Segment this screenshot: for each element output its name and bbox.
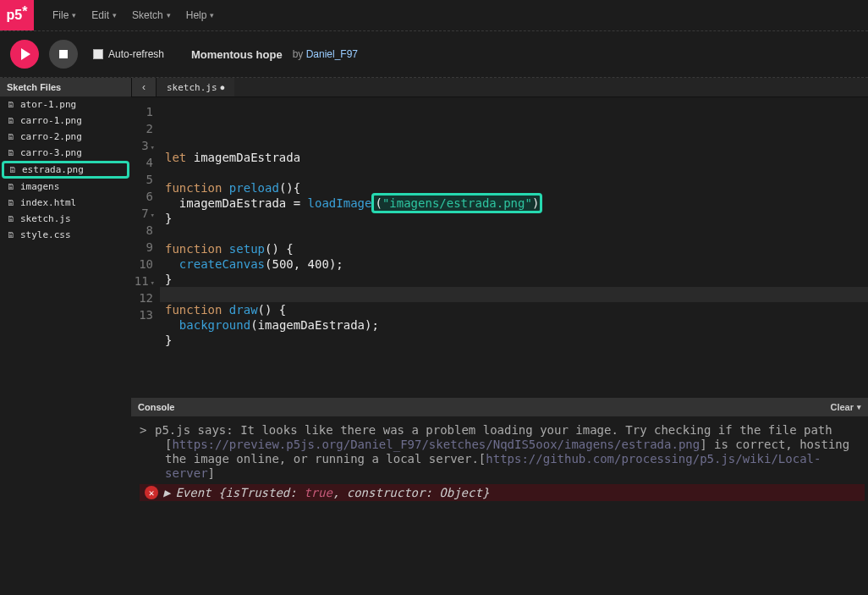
file-item[interactable]: 🗎carro-3.png: [0, 145, 131, 161]
clear-label: Clear: [830, 402, 854, 412]
sidebar-header: Sketch Files: [0, 78, 131, 96]
file-item[interactable]: 🗎sketch.js: [0, 211, 131, 227]
tab-label: sketch.js: [167, 82, 217, 93]
console-title: Console: [138, 402, 174, 412]
console-link-1[interactable]: https://preview.p5js.org/Daniel_F97/sket…: [172, 438, 700, 451]
sidebar: Sketch Files 🗎ator-1.png🗎carro-1.png🗎car…: [0, 78, 131, 595]
collapse-sidebar-button[interactable]: ‹: [131, 78, 157, 96]
autorefresh-label: Auto-refresh: [108, 48, 164, 60]
project-name[interactable]: Momentous hope: [191, 48, 283, 61]
file-icon: 🗎: [7, 198, 15, 207]
editor-wrap: ‹ sketch.js ● 123▾4567▾891011▾1213 let i…: [131, 78, 868, 595]
console-header: Console Clear ▾: [131, 398, 868, 416]
topbar: p5* File▾Edit▾Sketch▾Help▾: [0, 0, 868, 30]
logo: p5*: [0, 0, 34, 30]
menu-file[interactable]: File▾: [46, 6, 83, 25]
console-message: > p5.js says: It looks like there was a …: [140, 423, 865, 481]
file-icon: 🗎: [8, 165, 17, 174]
autorefresh-checkbox[interactable]: [93, 49, 103, 59]
menu-bar: File▾Edit▾Sketch▾Help▾: [34, 6, 221, 25]
file-icon: 🗎: [7, 116, 15, 125]
play-icon: [21, 48, 30, 60]
code-area[interactable]: let imagemDaEstrada function preload(){ …: [160, 97, 868, 398]
console[interactable]: > p5.js says: It looks like there was a …: [131, 416, 868, 595]
file-list: 🗎ator-1.png🗎carro-1.png🗎carro-2.png🗎carr…: [0, 96, 131, 243]
error-icon: ✕: [145, 486, 158, 499]
play-button[interactable]: [10, 40, 39, 69]
file-icon: 🗎: [7, 100, 15, 109]
file-icon: 🗎: [7, 148, 15, 157]
autorefresh-toggle[interactable]: Auto-refresh: [93, 48, 164, 60]
expand-icon[interactable]: ▶: [163, 486, 170, 499]
file-icon: 🗎: [7, 230, 15, 240]
file-icon: 🗎: [7, 214, 15, 223]
byline: by Daniel_F97: [293, 48, 358, 60]
stop-button[interactable]: [49, 40, 78, 69]
stop-icon: [59, 50, 68, 58]
file-item[interactable]: 🗎ator-1.png: [0, 96, 131, 113]
main-row: Sketch Files 🗎ator-1.png🗎carro-1.png🗎car…: [0, 78, 868, 595]
file-item[interactable]: 🗎estrada.png: [2, 161, 129, 179]
file-item[interactable]: 🗎index.html: [0, 195, 131, 211]
menu-sketch[interactable]: Sketch▾: [125, 6, 178, 25]
file-icon: 🗎: [7, 182, 15, 191]
file-item[interactable]: 🗎style.css: [0, 227, 131, 243]
gutter: 123▾4567▾891011▾1213: [131, 97, 160, 398]
code-editor[interactable]: 123▾4567▾891011▾1213 let imagemDaEstrada…: [131, 96, 868, 398]
console-error[interactable]: ✕ ▶ Event {isTrusted: true, constructor:…: [140, 484, 865, 501]
tab-sketch[interactable]: sketch.js ●: [157, 78, 234, 96]
toolbar: Auto-refresh Momentous hope by Daniel_F9…: [0, 30, 868, 78]
menu-help[interactable]: Help▾: [179, 6, 222, 25]
clear-button[interactable]: Clear ▾: [830, 402, 861, 412]
file-item[interactable]: 🗎carro-2.png: [0, 129, 131, 145]
file-icon: 🗎: [7, 132, 15, 141]
tabstrip: ‹ sketch.js ●: [131, 78, 868, 96]
file-item[interactable]: 🗎imagens: [0, 179, 131, 195]
dirty-icon: ●: [221, 84, 225, 91]
menu-edit[interactable]: Edit▾: [85, 6, 124, 25]
chevron-down-icon: ▾: [857, 403, 861, 411]
author-link[interactable]: Daniel_F97: [306, 48, 358, 60]
file-item[interactable]: 🗎carro-1.png: [0, 113, 131, 129]
